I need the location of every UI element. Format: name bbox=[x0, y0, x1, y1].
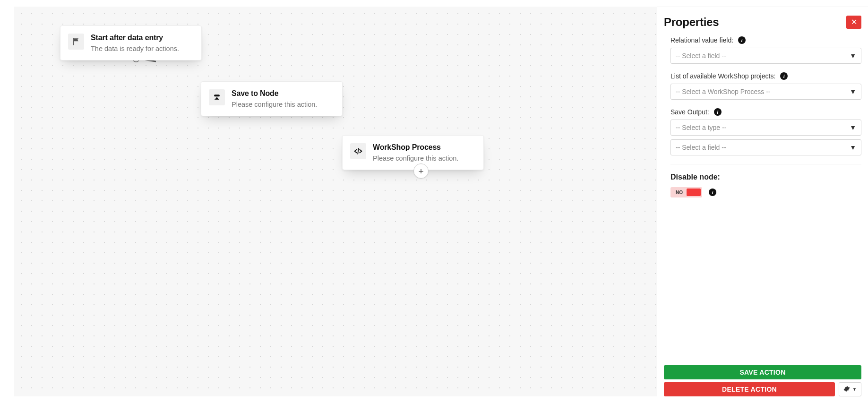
relational-value-select[interactable]: -- Select a field -- ▼ bbox=[670, 48, 861, 64]
info-icon[interactable]: i bbox=[738, 36, 746, 44]
delete-action-button[interactable]: DELETE ACTION bbox=[664, 382, 835, 396]
info-icon[interactable]: i bbox=[714, 108, 722, 116]
node-save-to-node[interactable]: Save to Node Please configure this actio… bbox=[201, 81, 343, 116]
node-subtitle: The data is ready for actions. bbox=[91, 45, 179, 52]
toggle-state-text: NO bbox=[672, 190, 687, 195]
code-icon bbox=[350, 143, 366, 159]
button-label: SAVE ACTION bbox=[739, 369, 785, 376]
relational-value-label: Relational value field: bbox=[670, 36, 733, 44]
properties-panel: Properties ✕ Relational value field: i -… bbox=[657, 7, 868, 403]
node-subtitle: Please configure this action. bbox=[232, 101, 317, 108]
toggle-knob bbox=[687, 189, 701, 196]
select-placeholder: -- Select a field -- bbox=[676, 52, 726, 60]
disable-node-toggle[interactable]: NO bbox=[670, 187, 702, 197]
chevron-down-icon: ▼ bbox=[850, 88, 856, 95]
download-tray-icon bbox=[209, 89, 225, 105]
node-title: WorkShop Process bbox=[373, 143, 458, 152]
close-button[interactable]: ✕ bbox=[846, 16, 861, 29]
node-title: Start after data entry bbox=[91, 34, 179, 42]
node-workshop-process[interactable]: WorkShop Process Please configure this a… bbox=[342, 135, 484, 170]
button-label: DELETE ACTION bbox=[722, 386, 777, 393]
save-output-field-select[interactable]: -- Select a field -- ▼ bbox=[670, 139, 861, 155]
select-placeholder: -- Select a type -- bbox=[676, 124, 726, 131]
add-node-button[interactable]: + bbox=[413, 163, 429, 179]
info-icon[interactable]: i bbox=[709, 189, 716, 196]
divider bbox=[670, 164, 861, 164]
select-placeholder: -- Select a WorkShop Process -- bbox=[676, 88, 770, 95]
save-action-button[interactable]: SAVE ACTION bbox=[664, 365, 861, 379]
svg-rect-7 bbox=[215, 99, 219, 100]
svg-rect-6 bbox=[214, 94, 220, 96]
panel-title: Properties bbox=[664, 16, 719, 29]
workshop-process-select[interactable]: -- Select a WorkShop Process -- ▼ bbox=[670, 84, 861, 100]
save-output-label: Save Output: bbox=[670, 108, 709, 116]
workshop-projects-label: List of available WorkShop projects: bbox=[670, 72, 775, 80]
disable-node-label: Disable node: bbox=[670, 173, 861, 181]
save-output-type-select[interactable]: -- Select a type -- ▼ bbox=[670, 120, 861, 136]
chevron-down-icon: ▼ bbox=[850, 144, 856, 151]
node-title: Save to Node bbox=[232, 89, 317, 98]
node-subtitle: Please configure this action. bbox=[373, 154, 458, 162]
svg-line-0 bbox=[136, 59, 156, 77]
chevron-down-icon: ▼ bbox=[850, 124, 856, 131]
chevron-down-icon: ▼ bbox=[850, 52, 856, 60]
workflow-canvas[interactable]: Start after data entry The data is ready… bbox=[14, 7, 657, 396]
node-start-after-data-entry[interactable]: Start after data entry The data is ready… bbox=[60, 26, 202, 60]
flag-icon bbox=[68, 34, 84, 50]
close-icon: ✕ bbox=[851, 18, 857, 26]
action-settings-button[interactable]: ▼ bbox=[839, 382, 861, 396]
gear-icon bbox=[843, 386, 850, 394]
caret-down-icon: ▼ bbox=[852, 387, 857, 392]
info-icon[interactable]: i bbox=[780, 72, 788, 80]
select-placeholder: -- Select a field -- bbox=[676, 144, 726, 151]
